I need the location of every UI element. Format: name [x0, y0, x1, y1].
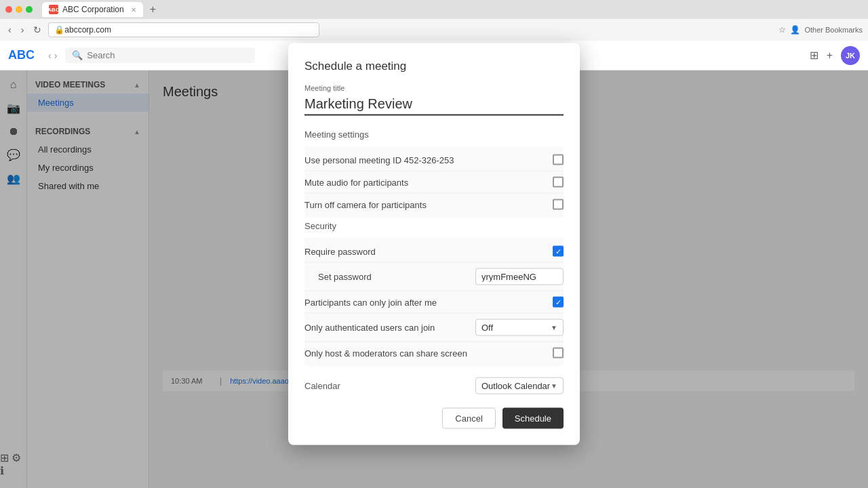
calendar-row: Calendar Outlook Calendar ▼	[304, 369, 564, 397]
participants-join-label: Participants can only join after me	[304, 297, 437, 307]
new-tab-button[interactable]: +	[150, 3, 156, 16]
lock-icon: 🔒	[54, 25, 64, 35]
browser-tab[interactable]: ABC ABC Corporation ✕	[42, 2, 143, 17]
schedule-meeting-modal: Schedule a meeting Meeting title Meeting…	[288, 43, 580, 445]
window-controls	[5, 6, 33, 13]
require-password-label: Require password	[304, 246, 376, 256]
search-bar[interactable]: 🔍	[65, 47, 255, 63]
host-share-row: Only host & moderators can share screen	[304, 342, 564, 364]
security-settings-block: Require password Set password Participan…	[304, 238, 564, 367]
modal-title: Schedule a meeting	[304, 60, 564, 73]
security-label: Security	[304, 221, 564, 231]
mute-audio-label: Mute audio for participants	[304, 177, 408, 187]
browser-toolbar: ‹ › ↻ 🔒 abccorp.com ☆ 👤 Other Bookmarks	[0, 19, 868, 41]
authenticated-label: Only authenticated users can join	[304, 323, 435, 333]
minimize-dot[interactable]	[16, 6, 22, 13]
nav-arrows: ‹ ›	[48, 50, 57, 61]
account-icon[interactable]: 👤	[790, 25, 800, 35]
close-dot[interactable]	[5, 6, 12, 13]
turn-off-camera-row: Turn off camera for participants	[304, 194, 564, 216]
browser-toolbar-icons: ☆ 👤	[778, 25, 800, 35]
personal-id-label: Use personal meeting ID 452-326-253	[304, 155, 454, 165]
turn-off-camera-label: Turn off camera for participants	[304, 199, 427, 209]
personal-id-row: Use personal meeting ID 452-326-253	[304, 149, 564, 171]
participants-join-row: Participants can only join after me	[304, 291, 564, 314]
browser-titlebar: ABC ABC Corporation ✕ +	[0, 0, 868, 19]
star-icon[interactable]: ☆	[778, 25, 786, 35]
require-password-checkbox[interactable]	[553, 246, 564, 257]
chevron-down-icon: ▼	[551, 324, 557, 331]
address-text: abccorp.com	[64, 25, 111, 35]
authenticated-row: Only authenticated users can join Off ▼	[304, 314, 564, 342]
address-bar[interactable]: 🔒 abccorp.com	[48, 22, 319, 37]
meeting-title-input[interactable]	[304, 94, 564, 116]
host-share-label: Only host & moderators can share screen	[304, 348, 467, 358]
participants-join-checkbox[interactable]	[553, 297, 564, 308]
app-logo: ABC	[8, 48, 35, 62]
other-bookmarks: Other Bookmarks	[804, 26, 863, 34]
authenticated-value: Off	[481, 323, 493, 333]
require-password-row: Require password	[304, 241, 564, 263]
mute-audio-checkbox[interactable]	[553, 177, 564, 188]
search-icon: 🔍	[72, 50, 83, 60]
calendar-label: Calendar	[304, 381, 340, 391]
set-password-input[interactable]	[475, 268, 564, 285]
refresh-button[interactable]: ↻	[31, 23, 44, 37]
calendar-value: Outlook Calendar	[481, 381, 550, 391]
add-icon[interactable]: +	[827, 49, 833, 62]
tab-favicon: ABC	[49, 5, 58, 14]
chevron-down-icon: ▼	[551, 382, 557, 390]
nav-back-button[interactable]: ‹	[48, 50, 52, 61]
calendar-dropdown[interactable]: Outlook Calendar ▼	[475, 378, 564, 394]
avatar[interactable]: JK	[841, 46, 860, 65]
personal-id-checkbox[interactable]	[553, 155, 564, 165]
schedule-button[interactable]: Schedule	[502, 408, 564, 429]
meeting-settings-label: Meeting settings	[304, 129, 564, 140]
meeting-title-label: Meeting title	[304, 84, 564, 92]
host-share-checkbox[interactable]	[553, 348, 564, 359]
header-right: ⊞ + JK	[810, 46, 860, 65]
back-button[interactable]: ‹	[5, 23, 14, 37]
search-input[interactable]	[87, 50, 248, 60]
meeting-settings-block: Use personal meeting ID 452-326-253 Mute…	[304, 146, 564, 218]
forward-button[interactable]: ›	[18, 23, 27, 37]
turn-off-camera-checkbox[interactable]	[553, 199, 564, 210]
set-password-label: Set password	[304, 272, 372, 282]
modal-actions: Cancel Schedule	[304, 408, 564, 429]
maximize-dot[interactable]	[26, 6, 33, 13]
mute-audio-row: Mute audio for participants	[304, 171, 564, 194]
set-password-row: Set password	[304, 263, 564, 291]
authenticated-dropdown[interactable]: Off ▼	[475, 319, 564, 336]
tab-close-icon[interactable]: ✕	[131, 6, 136, 14]
apps-icon[interactable]: ⊞	[810, 49, 818, 62]
nav-forward-button[interactable]: ›	[54, 50, 58, 61]
tab-label: ABC Corporation	[62, 5, 124, 14]
cancel-button[interactable]: Cancel	[442, 408, 495, 429]
